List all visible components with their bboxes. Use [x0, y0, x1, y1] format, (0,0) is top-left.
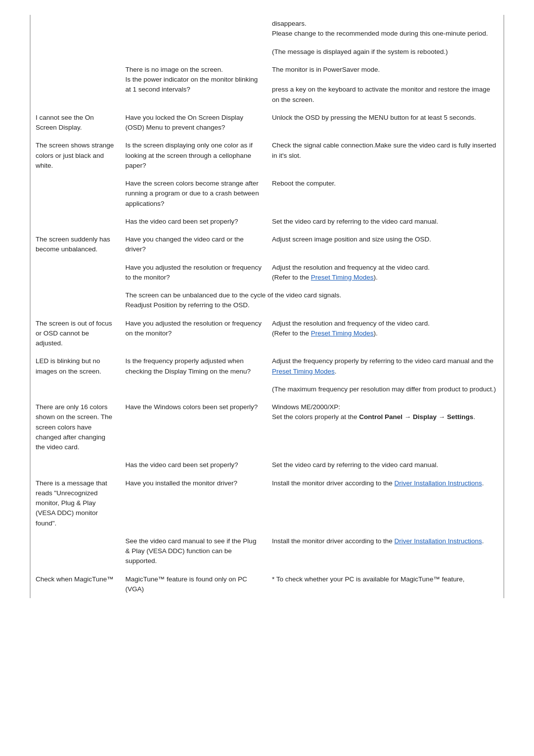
check-text: Is the frequency properly adjusted when …: [125, 357, 251, 375]
table-row: There is no image on the screen.Is the p…: [30, 61, 504, 109]
check-cell: Is the frequency properly adjusted when …: [120, 352, 267, 380]
solution-cell: Set the video card by referring to the v…: [267, 456, 504, 474]
check-cell: [120, 380, 267, 398]
table-row: The screen shows strange colors or just …: [30, 137, 504, 175]
symptom-text: LED is blinking but no images on the scr…: [36, 357, 101, 375]
table-row: Check when MagicTune™ MagicTune™ feature…: [30, 570, 504, 599]
symptom-cell: [30, 15, 120, 43]
solution-text: Set the video card by referring to the v…: [272, 218, 438, 225]
solution-text: (The message is displayed again if the s…: [272, 48, 448, 55]
check-cell: Have you adjusted the resolution or freq…: [120, 315, 267, 353]
check-text: There is no image on the screen.Is the p…: [125, 66, 258, 94]
solution-cell: * To check whether your PC is available …: [267, 570, 504, 599]
solution-text: Unlock the OSD by pressing the MENU butt…: [272, 114, 476, 121]
solution-text: Check the signal cable connection.Make s…: [272, 142, 496, 159]
solution-cell: Windows ME/2000/XP:Set the colors proper…: [267, 398, 504, 456]
check-text: Have you installed the monitor driver?: [125, 479, 237, 487]
preset-timing-link-3[interactable]: Preset Timing Modes: [272, 368, 335, 375]
check-text: Have you adjusted the resolution or freq…: [125, 264, 261, 281]
symptom-text: There are only 16 colors shown on the sc…: [36, 403, 112, 451]
solution-text: * To check whether your PC is available …: [272, 575, 464, 583]
driver-install-link-2[interactable]: Driver Installation Instructions: [395, 537, 482, 545]
symptom-cell: [30, 213, 120, 231]
table-row: Have you adjusted the resolution or freq…: [30, 259, 504, 287]
symptom-cell: I cannot see the On Screen Display.: [30, 109, 120, 137]
solution-cell: Adjust the resolution and frequency at t…: [267, 259, 504, 287]
symptom-cell: [30, 61, 120, 109]
check-text: Has the video card been set properly?: [125, 461, 238, 469]
symptom-text: I cannot see the On Screen Display.: [36, 114, 94, 131]
symptom-cell: [30, 259, 120, 287]
troubleshoot-table: disappears.Please change to the recommen…: [30, 15, 504, 598]
solution-cell: Unlock the OSD by pressing the MENU butt…: [267, 109, 504, 137]
solution-text: Adjust the resolution and frequency at t…: [272, 264, 430, 281]
solution-cell: Install the monitor driver according to …: [267, 532, 504, 570]
check-text: Have the Windows colors been set properl…: [125, 403, 258, 411]
solution-text: Windows ME/2000/XP:Set the colors proper…: [272, 403, 475, 421]
check-cell: Have the Windows colors been set properl…: [120, 398, 267, 456]
check-cell: Have you adjusted the resolution or freq…: [120, 259, 267, 287]
symptom-text: The screen is out of focus or OSD cannot…: [36, 320, 112, 347]
colspan-cell: The screen can be unbalanced due to the …: [120, 286, 504, 315]
solution-text: Adjust the resolution and frequency of t…: [272, 320, 430, 337]
table-row: Has the video card been set properly? Se…: [30, 456, 504, 474]
symptom-cell: The screen is out of focus or OSD cannot…: [30, 315, 120, 353]
preset-timing-link-1[interactable]: Preset Timing Modes: [311, 274, 374, 281]
symptom-text: The screen suddenly has become unbalance…: [36, 236, 110, 253]
solution-cell: Set the video card by referring to the v…: [267, 213, 504, 231]
solution-cell: Adjust the frequency properly by referri…: [267, 352, 504, 380]
symptom-cell: [30, 380, 120, 398]
check-cell: Is the screen displaying only one color …: [120, 137, 267, 175]
table-row: disappears.Please change to the recommen…: [30, 15, 504, 43]
symptom-cell: There are only 16 colors shown on the sc…: [30, 398, 120, 456]
solution-cell: disappears.Please change to the recommen…: [267, 15, 504, 43]
colspan-text: The screen can be unbalanced due to the …: [125, 291, 341, 309]
table-row: There is a message that reads "Unrecogni…: [30, 474, 504, 532]
symptom-text: Check when MagicTune™: [36, 575, 114, 583]
check-text: Have you adjusted the resolution or freq…: [125, 320, 261, 337]
solution-text: Install the monitor driver according to …: [272, 537, 484, 545]
symptom-cell: The screen shows strange colors or just …: [30, 137, 120, 175]
check-cell: Has the video card been set properly?: [120, 456, 267, 474]
solution-cell: Check the signal cable connection.Make s…: [267, 137, 504, 175]
table-row: There are only 16 colors shown on the sc…: [30, 398, 504, 456]
table-row: (The maximum frequency per resolution ma…: [30, 380, 504, 398]
check-text: Have the screen colors become strange af…: [125, 180, 259, 207]
symptom-cell: There is a message that reads "Unrecogni…: [30, 474, 120, 532]
check-cell: Have you locked the On Screen Display (O…: [120, 109, 267, 137]
table-row: The screen can be unbalanced due to the …: [30, 286, 504, 315]
check-text: Has the video card been set properly?: [125, 218, 238, 225]
check-cell: [120, 43, 267, 61]
symptom-cell: [30, 286, 120, 315]
table-row: Has the video card been set properly? Se…: [30, 213, 504, 231]
solution-text: disappears.Please change to the recommen…: [272, 20, 488, 37]
check-text: See the video card manual to see if the …: [125, 537, 256, 565]
table-row: I cannot see the On Screen Display. Have…: [30, 109, 504, 137]
symptom-text: The screen shows strange colors or just …: [36, 142, 114, 169]
symptom-cell: [30, 43, 120, 61]
solution-cell: Reboot the computer.: [267, 175, 504, 213]
table-row: Have the screen colors become strange af…: [30, 175, 504, 213]
check-cell: There is no image on the screen.Is the p…: [120, 61, 267, 109]
driver-install-link-1[interactable]: Driver Installation Instructions: [395, 479, 482, 487]
page-wrapper: disappears.Please change to the recommen…: [0, 0, 534, 618]
check-cell: Have you installed the monitor driver?: [120, 474, 267, 532]
solution-text: Adjust the frequency properly by referri…: [272, 357, 493, 375]
solution-cell: (The message is displayed again if the s…: [267, 43, 504, 61]
check-cell: Has the video card been set properly?: [120, 213, 267, 231]
table-row: The screen is out of focus or OSD cannot…: [30, 315, 504, 353]
solution-cell: Install the monitor driver according to …: [267, 474, 504, 532]
check-text: Is the screen displaying only one color …: [125, 142, 252, 169]
symptom-cell: [30, 456, 120, 474]
check-cell: [120, 15, 267, 43]
solution-text: Reboot the computer.: [272, 180, 336, 187]
symptom-cell: [30, 532, 120, 570]
check-text: MagicTune™ feature is found only on PC (…: [125, 575, 247, 593]
solution-text: Install the monitor driver according to …: [272, 479, 484, 487]
solution-text: Set the video card by referring to the v…: [272, 461, 438, 469]
solution-cell: Adjust screen image position and size us…: [267, 231, 504, 259]
preset-timing-link-2[interactable]: Preset Timing Modes: [311, 330, 374, 337]
check-cell: See the video card manual to see if the …: [120, 532, 267, 570]
solution-cell: (The maximum frequency per resolution ma…: [267, 380, 504, 398]
table-row: LED is blinking but no images on the scr…: [30, 352, 504, 380]
